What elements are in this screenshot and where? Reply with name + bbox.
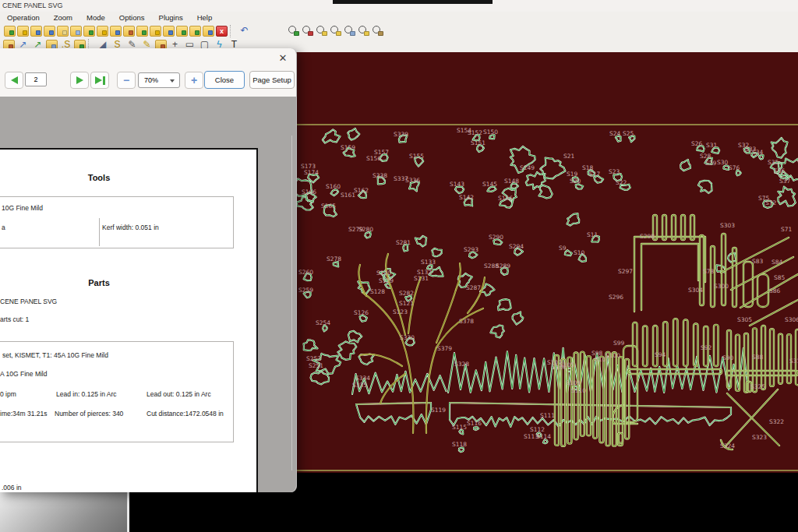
add-part-icon[interactable] (83, 26, 95, 37)
tools-divider (99, 218, 100, 246)
start-point-icon[interactable] (163, 26, 175, 37)
kerf-width: Kerf width: 0.051 in (102, 224, 159, 231)
auto-nest-icon[interactable] (150, 26, 161, 37)
part-label: S143 (450, 181, 464, 188)
page-number-input[interactable] (25, 72, 47, 86)
accent-dot (294, 31, 299, 36)
tool-name: 10G Fine Mild (2, 204, 43, 212)
accent-dot (155, 30, 160, 35)
part-label: S28 (700, 153, 711, 160)
new-nest-icon[interactable] (4, 26, 16, 37)
part-label: S338 (373, 172, 387, 179)
last-page-button[interactable] (90, 72, 109, 89)
table-icon[interactable] (203, 26, 214, 37)
accent-dot (102, 30, 107, 35)
zoom-selection-icon[interactable] (357, 25, 369, 37)
report-icon[interactable] (189, 26, 201, 37)
part-label: S9 (559, 245, 567, 252)
zoom-out-button[interactable]: − (117, 72, 136, 89)
menu-item-operation[interactable]: Operation (0, 13, 47, 22)
bottom-left-panel (0, 492, 127, 532)
close-button[interactable]: Close (204, 71, 245, 89)
part-label: S162 (354, 187, 369, 194)
part-label: S294 (509, 243, 524, 250)
menu-item-mode[interactable]: Mode (79, 13, 112, 22)
accent-dot (89, 30, 94, 35)
copy-part-icon[interactable] (57, 26, 69, 37)
part-label: S305 (737, 316, 752, 323)
part-label: S84 (772, 259, 783, 266)
part-label: S88 (752, 354, 764, 361)
next-page-button[interactable] (70, 72, 89, 89)
import-part-icon[interactable] (44, 26, 55, 37)
zoom-machine-icon[interactable] (371, 25, 383, 37)
menu-item-help[interactable]: Help (190, 13, 220, 22)
zoom-level-value: 70% (144, 76, 158, 84)
zoom-in-icon[interactable] (287, 25, 299, 37)
menu-bar: OperationZoomModeOptionsPluginsHelp (0, 12, 798, 23)
menu-item-options[interactable]: Options (112, 13, 152, 22)
move-part-icon[interactable] (123, 26, 135, 37)
preview-scrollbar[interactable] (291, 136, 292, 470)
accent-dot (195, 30, 200, 35)
part-label: S109 (566, 379, 581, 386)
part-label: S10 (574, 249, 585, 256)
zoom-window-icon[interactable] (343, 25, 355, 37)
part-label: S251 (309, 362, 323, 369)
duplicate-part-icon[interactable] (97, 26, 108, 37)
accent-dot (208, 30, 213, 35)
part-label: S26 (691, 140, 703, 147)
part-label: S324 (720, 442, 735, 449)
verify-icon[interactable] (176, 26, 188, 37)
part-label: S112 (530, 426, 545, 433)
part-label: S290 (489, 234, 503, 241)
zoom-out-icon[interactable] (301, 25, 313, 37)
part-label: S149 (520, 164, 535, 171)
part-label: S334 (355, 375, 370, 382)
part-label: S101 (595, 356, 609, 363)
lead-out: Lead out: 0.125 in Arc (147, 390, 211, 398)
zoom-sheet-icon[interactable] (329, 25, 341, 37)
part-label: S126 (354, 309, 369, 316)
undo-icon[interactable]: ↶ (238, 25, 251, 37)
part-label: S330 (400, 334, 415, 341)
prev-page-button[interactable] (5, 72, 23, 89)
part-label: S279 (348, 226, 363, 233)
part-label: S29 (705, 160, 717, 167)
preview-area[interactable]: Tools 10G Fine Mild a Kerf width: 0.051 … (0, 97, 296, 492)
zoom-in-button[interactable]: + (185, 72, 203, 89)
part-label: S378 (459, 318, 474, 325)
left-arrow-icon (11, 76, 18, 84)
part-label: S260 (298, 269, 313, 276)
part-label: S113 (524, 433, 538, 440)
part-label: S115 (452, 424, 467, 431)
array-part-icon[interactable] (110, 26, 122, 37)
part-label: S85 (774, 274, 786, 281)
menu-item-plugins[interactable]: Plugins (152, 13, 190, 22)
accent-dot (308, 31, 313, 36)
open-nest-icon[interactable] (17, 26, 29, 37)
part-label: S259 (298, 287, 313, 294)
close-icon[interactable]: ✕ (276, 51, 290, 65)
save-nest-icon[interactable] (30, 26, 42, 37)
part-label: S156 (366, 155, 381, 162)
part-label: S133 (421, 259, 436, 266)
part-label: S146 (498, 195, 513, 202)
accent-dot (168, 30, 173, 35)
paste-part-icon[interactable] (70, 26, 82, 37)
part-label: S111 (540, 412, 555, 419)
end-bar-icon (103, 76, 105, 85)
page-setup-button[interactable]: Page Setup (249, 71, 295, 89)
zoom-part-icon[interactable] (315, 25, 327, 37)
delete-icon[interactable]: x (216, 26, 228, 37)
zoom-level-select[interactable]: 70% (138, 72, 180, 88)
part-label: S254 (316, 319, 330, 326)
part-label: S22 (616, 179, 627, 186)
align-part-icon[interactable] (136, 26, 148, 37)
tool-line: A 10G Fine Mild (0, 370, 47, 378)
print-preview-dialog: ✕ − 70% + Close Page Setup Tools 10G Fin… (0, 48, 297, 492)
accent-dot (9, 30, 14, 35)
menu-item-zoom[interactable]: Zoom (47, 13, 79, 22)
right-arrow-icon (95, 76, 102, 84)
part-label: S110 (571, 387, 586, 394)
